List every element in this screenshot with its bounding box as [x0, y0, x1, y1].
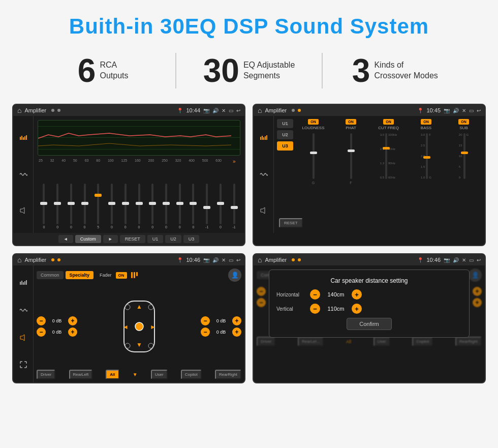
eq-play-btn[interactable]: ► — [103, 235, 118, 243]
cx-bass-slider[interactable] — [426, 133, 428, 179]
eq-back-icon[interactable]: ↩ — [236, 108, 240, 113]
cx-x-icon[interactable]: ✕ — [462, 108, 466, 113]
sp-rt-minus-btn[interactable]: − — [201, 316, 210, 325]
eq-track-8[interactable] — [138, 184, 140, 224]
cx-bass-toggle[interactable]: ON — [421, 119, 431, 125]
svg-rect-0 — [20, 137, 21, 140]
eq-track-3[interactable] — [70, 184, 72, 224]
cx-sub-toggle[interactable]: ON — [458, 119, 469, 125]
eq-cam-icon: 📷 — [203, 108, 209, 113]
eq-track-10[interactable] — [165, 184, 167, 224]
eq-custom-btn[interactable]: Custom — [75, 235, 101, 243]
eq-sidebar-speaker-icon[interactable] — [17, 204, 29, 217]
sp-lb-plus-btn[interactable]: + — [68, 327, 77, 337]
ds-horizontal-minus-btn[interactable]: − — [310, 289, 320, 300]
sp-home-icon[interactable]: ⌂ — [17, 256, 21, 264]
eq-x-icon[interactable]: ✕ — [222, 108, 226, 113]
sp-common-tab[interactable]: Common — [37, 271, 64, 279]
sp-fader-toggle[interactable]: ON — [116, 272, 127, 279]
ds-home-icon[interactable]: ⌂ — [258, 256, 262, 264]
eq-thumb-15 — [231, 206, 238, 209]
sp-lt-minus-btn[interactable]: − — [37, 316, 46, 325]
sp-sidebar — [13, 265, 34, 382]
sp-rb-minus-btn[interactable]: − — [201, 327, 210, 337]
sp-sidebar-wave-icon[interactable] — [17, 304, 29, 316]
sp-copilot-btn[interactable]: Copilot — [181, 370, 202, 379]
eq-u1-btn[interactable]: U1 — [147, 235, 164, 243]
eq-track-11[interactable] — [179, 184, 181, 224]
cx-sidebar-eq-icon[interactable] — [258, 132, 270, 144]
cx-sidebar-speaker-icon[interactable] — [258, 204, 270, 217]
cx-reset-btn[interactable]: RESET — [279, 218, 303, 228]
sp-rearleft-btn[interactable]: RearLeft — [69, 370, 93, 379]
eq-track-2[interactable] — [56, 184, 58, 224]
cx-phat-toggle[interactable]: ON — [346, 119, 356, 125]
cx-cutfreq-toggle[interactable]: ON — [383, 119, 394, 125]
ds-confirm-btn[interactable]: Confirm — [347, 318, 392, 330]
sp-specialty-tab[interactable]: Specialty — [66, 271, 94, 279]
ds-back-icon[interactable]: ↩ — [477, 257, 481, 263]
sp-sidebar-expand-icon[interactable] — [17, 359, 29, 371]
ds-vertical-minus-btn[interactable]: − — [310, 304, 320, 314]
eq-track-15[interactable] — [233, 184, 235, 224]
cx-u3-btn[interactable]: U3 — [277, 141, 293, 151]
eq-track-6[interactable] — [111, 184, 113, 224]
eq-track-1[interactable] — [43, 184, 45, 224]
eq-track-7[interactable] — [124, 184, 127, 224]
sp-driver-btn[interactable]: Driver — [37, 370, 55, 379]
sp-lb-db-val: 0 dB — [47, 330, 67, 335]
cx-loudness-slider[interactable] — [313, 133, 315, 179]
sp-user-btn[interactable]: User — [151, 370, 168, 379]
ds-vertical-plus-btn[interactable]: + — [352, 304, 362, 314]
cx-rect-icon[interactable]: ▭ — [469, 108, 474, 113]
sp-all-btn[interactable]: All — [106, 370, 119, 379]
sp-rearright-btn[interactable]: RearRight — [215, 370, 241, 379]
eq-slider-8: 0 — [133, 184, 145, 229]
sp-sidebar-speaker-icon[interactable] — [17, 332, 29, 344]
ds-horizontal-plus-btn[interactable]: + — [352, 289, 362, 300]
eq-thumb-13 — [203, 206, 210, 209]
cx-back-icon[interactable]: ↩ — [477, 108, 481, 113]
sp-rb-plus-btn[interactable]: + — [232, 327, 241, 337]
sp-rt-plus-btn[interactable]: + — [232, 316, 241, 325]
eq-slider-4: 0 — [78, 184, 91, 229]
eq-reset-btn[interactable]: RESET — [120, 235, 145, 243]
eq-sidebar-wave-icon[interactable] — [17, 168, 29, 181]
sp-rect-icon[interactable]: ▭ — [229, 257, 233, 263]
ds-x-icon[interactable]: ✕ — [462, 257, 466, 263]
eq-prev-btn[interactable]: ◄ — [58, 235, 73, 243]
sp-lb-minus-btn[interactable]: − — [37, 327, 46, 337]
sp-profile-btn[interactable]: 👤 — [228, 268, 241, 282]
eq-val-10: 0 — [165, 225, 167, 229]
sp-fader-bar-1 — [131, 272, 133, 278]
sp-sidebar-eq-icon[interactable] — [17, 277, 29, 289]
cx-u2-btn[interactable]: U2 — [277, 130, 293, 139]
cx-loudness-toggle[interactable]: ON — [308, 119, 319, 125]
eq-u2-btn[interactable]: U2 — [165, 235, 181, 243]
cx-home-icon[interactable]: ⌂ — [258, 106, 262, 114]
eq-u3-btn[interactable]: U3 — [183, 235, 200, 243]
eq-track-13[interactable] — [206, 184, 208, 224]
eq-track-4[interactable] — [84, 184, 86, 224]
eq-home-icon[interactable]: ⌂ — [17, 106, 21, 114]
eq-track-9[interactable] — [151, 184, 153, 224]
eq-track-14[interactable] — [220, 184, 222, 224]
eq-more-arrow[interactable]: » — [229, 159, 239, 164]
sp-lt-plus-btn[interactable]: + — [68, 316, 77, 325]
sp-x-icon[interactable]: ✕ — [222, 257, 226, 263]
sp-back-icon[interactable]: ↩ — [236, 257, 240, 263]
sp-cam-icon: 📷 — [203, 257, 209, 263]
eq-rect-icon[interactable]: ▭ — [229, 108, 233, 113]
sp-car-svg: ▲ ▼ ◄ ► — [116, 296, 162, 357]
ds-rect-icon[interactable]: ▭ — [469, 257, 474, 263]
cx-sub-slider[interactable] — [463, 133, 465, 179]
ds-bg-rb-plus: + — [473, 298, 482, 307]
eq-track-12[interactable] — [192, 184, 194, 224]
eq-track-5[interactable] — [97, 184, 99, 224]
cx-cutfreq-slider[interactable] — [385, 133, 387, 179]
cx-phat-slider[interactable] — [350, 133, 352, 179]
cx-u1-btn[interactable]: U1 — [277, 119, 293, 128]
cx-sub-thumb — [461, 152, 468, 154]
eq-sidebar-eq-icon[interactable] — [17, 132, 29, 144]
cx-sidebar-wave-icon[interactable] — [258, 168, 270, 181]
